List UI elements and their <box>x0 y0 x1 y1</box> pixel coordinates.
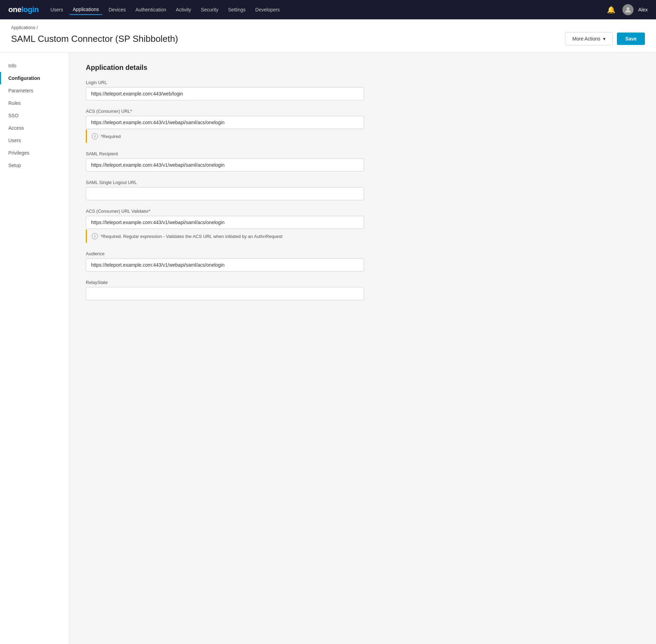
input-login-url[interactable] <box>86 87 364 100</box>
label-saml-recipient: SAML Recipient <box>86 151 364 156</box>
page-title: SAML Custom Connector (SP Shibboleth) <box>11 34 178 44</box>
breadcrumb[interactable]: Applications / <box>11 25 645 30</box>
form-group-login-url: Login URL <box>86 80 364 100</box>
form-group-saml-recipient: SAML Recipient <box>86 151 364 172</box>
section-title: Application details <box>86 64 364 72</box>
sidebar-item-access[interactable]: Access <box>0 122 69 134</box>
navbar: onelogin Users Applications Devices Auth… <box>0 0 656 19</box>
logo: onelogin <box>8 5 39 14</box>
hint-acs-url: i *Required <box>86 130 364 143</box>
form-group-saml-slo-url: SAML Single Logout URL <box>86 180 364 200</box>
input-audience[interactable] <box>86 258 364 272</box>
svg-point-0 <box>627 7 629 10</box>
sidebar-item-users[interactable]: Users <box>0 134 69 147</box>
input-saml-recipient[interactable] <box>86 158 364 172</box>
breadcrumb-separator: / <box>37 25 38 30</box>
nav-item-applications[interactable]: Applications <box>69 4 102 15</box>
nav-item-developers[interactable]: Developers <box>252 5 283 15</box>
info-icon: i <box>92 133 98 139</box>
info-icon-validator: i <box>92 233 98 239</box>
sidebar-item-sso[interactable]: SSO <box>0 109 69 122</box>
input-acs-url-validator[interactable] <box>86 216 364 229</box>
chevron-down-icon: ▾ <box>603 36 605 42</box>
page-title-row: SAML Custom Connector (SP Shibboleth) Mo… <box>11 32 645 45</box>
nav-item-security[interactable]: Security <box>198 5 222 15</box>
label-acs-url: ACS (Consumer) URL* <box>86 109 364 114</box>
hint-acs-url-text: *Required <box>101 134 121 139</box>
input-saml-slo-url[interactable] <box>86 187 364 200</box>
more-actions-button[interactable]: More Actions ▾ <box>565 32 613 45</box>
sidebar: Info Configuration Parameters Rules SSO … <box>0 53 69 644</box>
label-acs-url-validator: ACS (Consumer) URL Validator* <box>86 209 364 214</box>
nav-item-users[interactable]: Users <box>47 5 67 15</box>
sidebar-item-privileges[interactable]: Privileges <box>0 147 69 159</box>
nav-item-settings[interactable]: Settings <box>225 5 249 15</box>
bell-icon[interactable]: 🔔 <box>604 4 618 15</box>
header-actions: More Actions ▾ Save <box>565 32 645 45</box>
avatar[interactable] <box>622 4 634 15</box>
sidebar-item-configuration[interactable]: Configuration <box>0 72 69 84</box>
main-content: Application details Login URL ACS (Consu… <box>69 53 381 644</box>
sidebar-item-rules[interactable]: Rules <box>0 97 69 109</box>
page-header: Applications / SAML Custom Connector (SP… <box>0 19 656 53</box>
save-button[interactable]: Save <box>617 33 645 45</box>
label-saml-slo-url: SAML Single Logout URL <box>86 180 364 185</box>
form-group-relay-state: RelayState <box>86 280 364 300</box>
label-relay-state: RelayState <box>86 280 364 285</box>
content-layout: Info Configuration Parameters Rules SSO … <box>0 53 656 644</box>
form-group-audience: Audience <box>86 251 364 272</box>
nav-item-activity[interactable]: Activity <box>172 5 194 15</box>
more-actions-label: More Actions <box>572 36 600 42</box>
sidebar-item-info[interactable]: Info <box>0 59 69 72</box>
sidebar-item-setup[interactable]: Setup <box>0 159 69 172</box>
label-audience: Audience <box>86 251 364 256</box>
sidebar-item-parameters[interactable]: Parameters <box>0 84 69 97</box>
username[interactable]: Alex <box>638 7 648 12</box>
nav-item-authentication[interactable]: Authentication <box>132 5 170 15</box>
breadcrumb-link[interactable]: Applications <box>11 25 35 30</box>
hint-acs-url-validator-text: *Required. Regular expression - Validate… <box>101 234 282 239</box>
form-group-acs-url: ACS (Consumer) URL* i *Required <box>86 109 364 143</box>
label-login-url: Login URL <box>86 80 364 85</box>
form-group-acs-url-validator: ACS (Consumer) URL Validator* i *Require… <box>86 209 364 243</box>
input-acs-url[interactable] <box>86 116 364 129</box>
hint-acs-url-validator: i *Required. Regular expression - Valida… <box>86 230 364 243</box>
nav-item-devices[interactable]: Devices <box>105 5 129 15</box>
input-relay-state[interactable] <box>86 287 364 300</box>
